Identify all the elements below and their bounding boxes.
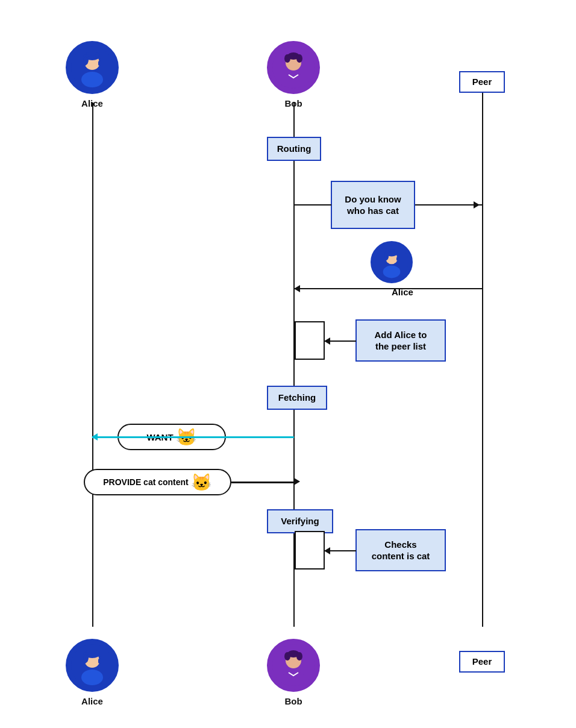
routing-box: Routing [267,137,321,161]
peer-vline [482,90,483,627]
svg-point-24 [81,670,103,685]
alice-vline [92,102,93,627]
alice-top-label: Alice [66,98,119,108]
svg-point-17 [383,266,401,278]
provide-line [231,482,294,483]
bob-top-avatar [267,41,320,94]
provide-arrowhead [294,478,304,485]
svg-rect-18 [384,257,387,260]
bob-internal-box1 [295,321,325,360]
alice-bottom-avatar [66,639,119,692]
do-you-know-box: Do you know who has cat [331,181,415,229]
svg-point-4 [81,72,103,87]
svg-rect-5 [83,61,86,66]
peer-top-box: Peer [459,71,505,93]
verifying-box: Verifying [267,509,333,533]
alice-bottom-label: Alice [66,696,119,706]
alice-top-avatar [66,41,119,94]
fetching-box: Fetching [267,386,327,410]
checks-box: Checks content is cat [355,529,446,571]
routing-h-line1 [294,204,331,206]
svg-point-32 [283,670,304,686]
bob-bottom-avatar [267,639,320,692]
want-arrow [92,436,294,438]
svg-rect-19 [396,257,399,260]
peer-bottom-box: Peer [459,651,505,673]
bob-bottom-label: Bob [267,696,320,706]
svg-rect-26 [98,659,101,664]
alice-response-arrow [295,288,483,289]
svg-rect-6 [98,61,101,66]
add-alice-arrow [325,340,356,342]
svg-point-12 [283,72,304,88]
sequence-diagram: Alice Bob Peer Routing Do you know who h… [0,0,576,728]
alice-mid-avatar [371,241,413,283]
checks-arrow [325,550,356,551]
svg-point-10 [284,54,290,63]
svg-rect-25 [83,659,86,664]
svg-point-31 [296,652,302,661]
svg-point-11 [296,54,302,63]
provide-pill: PROVIDE cat content 🐱 [84,469,231,495]
bob-top-label: Bob [267,98,320,108]
svg-point-30 [284,652,290,661]
add-alice-box: Add Alice to the peer list [355,319,446,362]
routing-arrow-right [415,204,483,206]
bob-internal-box2 [295,531,325,570]
